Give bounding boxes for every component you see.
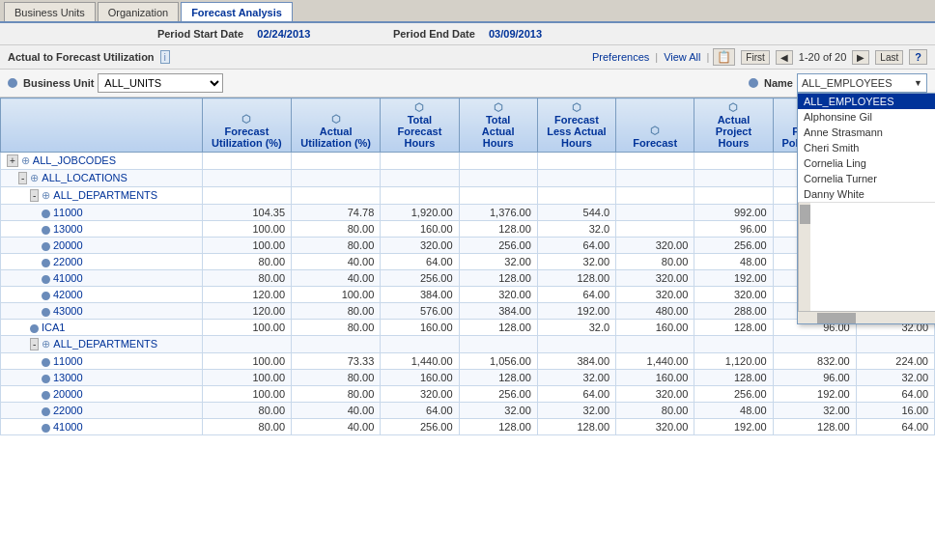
cell-forecast: 320.00 [616, 287, 694, 303]
dropdown-item-cornelia-turner[interactable]: Cornelia Turner [798, 171, 935, 186]
filter-row: Business Unit ALL_UNITS Name ALL_EMPLOYE… [0, 70, 935, 98]
cell-name: 13000 [1, 370, 203, 386]
cell-forecast_less: 32.0 [537, 320, 615, 336]
cell-total_forecast: 320.00 [381, 238, 459, 254]
cell-forecast_less: 384.00 [537, 353, 615, 370]
cell-forecast [616, 205, 694, 221]
tab-business-units-label: Business Units [14, 7, 85, 18]
row-label: 13000 [53, 223, 83, 235]
dropdown-item-all[interactable]: ALL_EMPLOYEES [798, 94, 935, 109]
tab-forecast-analysis[interactable]: Forecast Analysis [181, 2, 293, 21]
cell-name: 41000 [1, 270, 203, 287]
cell-name: 43000 [1, 303, 203, 320]
cell-total_actual: 1,376.00 [459, 205, 537, 221]
period-start-label: Period Start Date [157, 28, 243, 40]
item-radio-icon [42, 407, 50, 416]
table-row: 2200080.0040.0064.0032.0032.0080.0048.00… [1, 254, 935, 270]
cell-total_forecast: 320.00 [381, 386, 459, 403]
cell-name: 22000 [1, 403, 203, 419]
cell-name: 11000 [1, 353, 203, 370]
row-label: 42000 [53, 289, 83, 300]
dropdown-item-cornelia-ling[interactable]: Cornelia Ling [798, 155, 935, 171]
dropdown-scrollbar[interactable] [798, 203, 810, 311]
name-select-display[interactable]: ALL_EMPLOYEES ▼ [797, 73, 927, 93]
cell-forecast_util: 104.35 [202, 205, 291, 221]
cell-actual_util [292, 187, 381, 205]
cell-name: -⊕ALL_DEPARTMENTS [1, 336, 203, 353]
view-all-link[interactable]: View All [664, 51, 700, 63]
cell-total_actual: 128.00 [459, 221, 537, 238]
dropdown-item-cheri[interactable]: Cheri Smith [798, 140, 935, 155]
cell-forecast: 320.00 [616, 270, 694, 287]
cell-name: -⊕ALL_DEPARTMENTS [1, 187, 203, 205]
cell-forecast_less: 32.00 [537, 403, 615, 419]
business-unit-select[interactable]: ALL_UNITS [98, 73, 223, 93]
table-row: ICA1100.0080.00160.00128.0032.0160.00128… [1, 320, 935, 336]
info-icon[interactable]: i [160, 50, 170, 64]
dropdown-item-anne[interactable]: Anne Strasmann [798, 125, 935, 140]
cell-forecast_util: 100.00 [202, 221, 291, 238]
cell-total_forecast: 576.00 [381, 303, 459, 320]
dropdown-item-alphonsine[interactable]: Alphonsine Gil [798, 109, 935, 125]
name-select-arrow: ▼ [914, 78, 922, 88]
col-icon-total-forecast: ⬡ [414, 101, 424, 113]
cell-actual_util: 100.00 [292, 287, 381, 303]
cell-forecast_less: 192.00 [537, 303, 615, 320]
cell-name: 20000 [1, 386, 203, 403]
cell-total_forecast: 256.00 [381, 419, 459, 435]
cell-forecast_less: 128.00 [537, 270, 615, 287]
cell-actual_util: 80.00 [292, 370, 381, 386]
cell-actual_policy: 224.00 [856, 353, 934, 370]
tab-organization[interactable]: Organization [98, 2, 179, 21]
table-row: -⊕ALL_DEPARTMENTS [1, 336, 935, 353]
name-filter: Name ALL_EMPLOYEES ▼ ALL_EMPLOYEES Alpho… [749, 73, 927, 93]
table-row: 13000100.0080.00160.00128.0032.096.0032.… [1, 221, 935, 238]
cell-actual_util [292, 170, 381, 187]
expand-button[interactable]: - [30, 189, 39, 202]
cell-total_forecast [381, 170, 459, 187]
name-radio-icon [749, 78, 758, 88]
item-radio-icon [42, 292, 50, 300]
row-label[interactable]: ALL_JOBCODES [33, 154, 116, 166]
last-button[interactable]: Last [875, 50, 903, 65]
cell-forecast_util: 80.00 [202, 270, 291, 287]
expand-button[interactable]: - [30, 338, 39, 350]
next-button[interactable]: ▶ [852, 50, 869, 65]
cell-total_actual: 128.00 [459, 370, 537, 386]
cell-forecast_policy: 832.00 [773, 353, 856, 370]
export-icon[interactable]: 📋 [713, 48, 735, 66]
cell-total_actual: 128.00 [459, 270, 537, 287]
dropdown-hscrollbar[interactable] [798, 311, 935, 323]
name-dropdown-wrapper[interactable]: ALL_EMPLOYEES ▼ ALL_EMPLOYEES Alphonsine… [797, 73, 927, 93]
table-container[interactable]: ⬡ ForecastUtilization (%) ⬡ ActualUtiliz… [0, 98, 935, 522]
item-radio-icon [42, 275, 50, 284]
item-radio-icon [42, 424, 50, 433]
col-icon-total-actual: ⬡ [494, 101, 503, 113]
cell-actual_policy: 64.00 [856, 419, 934, 435]
row-label[interactable]: ALL_LOCATIONS [42, 172, 127, 183]
cell-forecast [616, 153, 694, 170]
toolbar-title: Actual to Forecast Utilization [8, 51, 155, 63]
table-row: 43000120.0080.00576.00384.00192.00480.00… [1, 303, 935, 320]
expand-button[interactable]: - [18, 172, 27, 184]
cell-forecast_less: 32.00 [537, 370, 615, 386]
table-row: -⊕ALL_DEPARTMENTS [1, 187, 935, 205]
cell-actual_util: 80.00 [292, 386, 381, 403]
cell-total_forecast: 64.00 [381, 254, 459, 270]
cell-actual_util: 40.00 [292, 270, 381, 287]
toolbar: Actual to Forecast Utilization i Prefere… [0, 45, 935, 70]
name-dropdown-list: ALL_EMPLOYEES Alphonsine Gil Anne Strasm… [797, 93, 935, 324]
tab-business-units[interactable]: Business Units [4, 2, 96, 21]
help-button[interactable]: ? [909, 49, 927, 65]
expand-button[interactable]: + [7, 154, 18, 167]
cell-actual_project: 192.00 [694, 270, 773, 287]
row-label[interactable]: ALL_DEPARTMENTS [53, 189, 157, 201]
cell-forecast: 320.00 [616, 419, 694, 435]
first-button[interactable]: First [741, 50, 769, 65]
row-label[interactable]: ALL_DEPARTMENTS [53, 338, 157, 350]
dropdown-item-danny[interactable]: Danny White [798, 186, 935, 203]
preferences-link[interactable]: Preferences [592, 51, 649, 63]
cell-forecast_util: 100.00 [202, 370, 291, 386]
cell-actual_util: 40.00 [292, 254, 381, 270]
prev-button[interactable]: ◀ [776, 50, 793, 65]
